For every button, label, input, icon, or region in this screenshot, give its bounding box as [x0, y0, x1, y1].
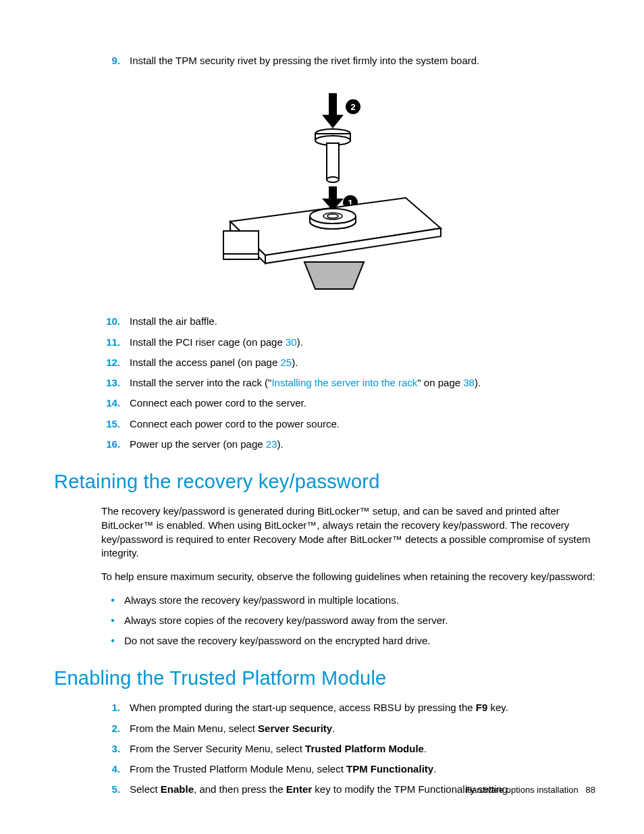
footer-section: Hardware options installation: [466, 785, 579, 795]
step-text: Install the PCI riser cage (on page 30).: [130, 336, 595, 349]
step-number: 10.: [103, 315, 130, 328]
step-text: Install the access panel (on page 25).: [130, 356, 595, 369]
page-link[interactable]: Installing the server into the rack: [271, 377, 417, 388]
paragraph: To help ensure maximum security, observe…: [101, 570, 595, 584]
svg-point-20: [310, 209, 356, 224]
page-link[interactable]: 30: [286, 336, 297, 348]
step-text: Power up the server (on page 23).: [130, 438, 595, 451]
list-item-step: 4.From the Trusted Platform Module Menu,…: [103, 762, 595, 776]
list-item-step: 14.Connect each power cord to the server…: [103, 396, 595, 410]
list-item-step: 13.Install the server into the rack ("In…: [103, 376, 595, 390]
bullet-item: •Do not save the recovery key/password o…: [101, 634, 595, 648]
list-item-step: 1.When prompted during the start-up sequ…: [103, 701, 595, 714]
step-text: Install the server into the rack ("Insta…: [130, 376, 595, 390]
heading-retaining: Retaining the recovery key/password: [54, 469, 595, 495]
step-text: Install the TPM security rivet by pressi…: [130, 54, 595, 68]
footer-page-number: 88: [586, 785, 595, 795]
svg-text:2: 2: [350, 102, 355, 112]
step-number: 4.: [103, 762, 130, 776]
step-number: 1.: [103, 701, 130, 714]
bullet-icon: •: [101, 614, 124, 627]
step-text: From the Server Security Menu, select Tr…: [130, 742, 595, 756]
bullet-item: •Always store the recovery key/password …: [101, 594, 595, 607]
step-number: 9.: [103, 54, 130, 68]
step-text: Connect each power cord to the server.: [130, 396, 595, 410]
step-number: 12.: [103, 356, 130, 369]
step-text: Install the air baffle.: [130, 315, 595, 328]
heading-enabling-tpm: Enabling the Trusted Platform Module: [54, 665, 595, 692]
step-number: 13.: [103, 376, 130, 390]
svg-marker-13: [304, 262, 364, 289]
list-item-step: 10.Install the air baffle.: [103, 315, 595, 328]
svg-rect-7: [327, 143, 339, 180]
page-footer: Hardware options installation 88: [466, 784, 595, 796]
step-text: Connect each power cord to the power sou…: [130, 417, 595, 431]
bullet-text: Always store the recovery key/password i…: [124, 594, 595, 607]
list-item-step: 3.From the Server Security Menu, select …: [103, 742, 595, 756]
step-text: When prompted during the start-up sequen…: [130, 701, 595, 714]
svg-marker-1: [322, 115, 344, 128]
svg-rect-17: [223, 231, 259, 259]
list-item-step: 12.Install the access panel (on page 25)…: [103, 356, 595, 369]
step-number: 2.: [103, 722, 130, 735]
bullet-icon: •: [101, 594, 124, 607]
step-number: 14.: [103, 396, 130, 410]
list-item-step: 15.Connect each power cord to the power …: [103, 417, 595, 431]
step-text: From the Trusted Platform Module Menu, s…: [130, 762, 595, 776]
step-text: From the Main Menu, select Server Securi…: [130, 722, 595, 735]
bullet-text: Do not save the recovery key/password on…: [124, 634, 595, 648]
list-item-step: 16.Power up the server (on page 23).: [103, 438, 595, 451]
tpm-rivet-figure: 2 1: [54, 86, 595, 296]
svg-point-8: [327, 177, 339, 182]
step-number: 5.: [103, 783, 130, 796]
list-item-step: 2.From the Main Menu, select Server Secu…: [103, 722, 595, 735]
page-link[interactable]: 23: [266, 438, 277, 450]
bullet-text: Always store copies of the recovery key/…: [124, 614, 595, 627]
step-number: 3.: [103, 742, 130, 756]
paragraph: The recovery key/password is generated d…: [101, 504, 595, 561]
step-number: 16.: [103, 438, 130, 451]
bullet-icon: •: [101, 634, 124, 648]
step-number: 11.: [103, 336, 130, 349]
list-item-step-9: 9. Install the TPM security rivet by pre…: [103, 54, 595, 68]
step-number: 15.: [103, 417, 130, 431]
bullet-item: •Always store copies of the recovery key…: [101, 614, 595, 627]
page-link[interactable]: 38: [463, 377, 475, 388]
list-item-step: 11.Install the PCI riser cage (on page 3…: [103, 336, 595, 349]
page-link[interactable]: 25: [280, 357, 292, 368]
